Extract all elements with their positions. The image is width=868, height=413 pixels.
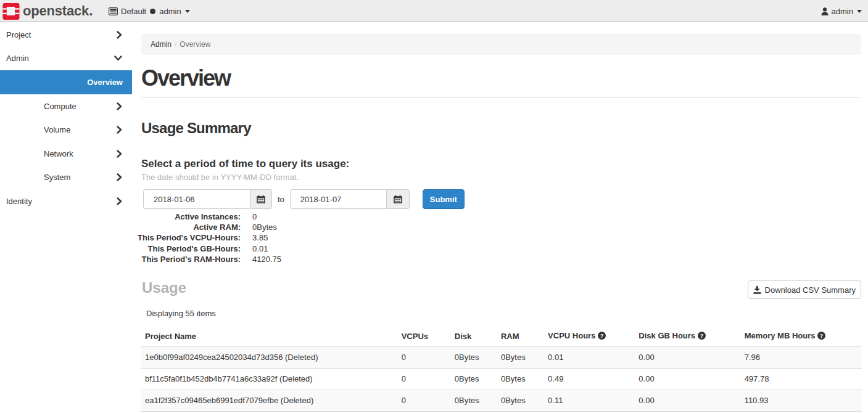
svg-text:?: ? (700, 333, 704, 339)
svg-text:?: ? (600, 333, 604, 339)
svg-text:?: ? (820, 333, 824, 339)
